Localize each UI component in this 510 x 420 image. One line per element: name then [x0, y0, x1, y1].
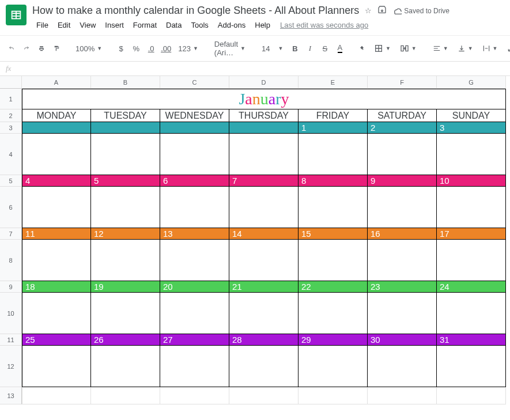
- currency-button[interactable]: $: [115, 42, 127, 55]
- h-align-button[interactable]: ▼: [430, 43, 451, 54]
- date-cell[interactable]: 25: [22, 334, 91, 346]
- column-header-G[interactable]: G: [437, 76, 506, 89]
- date-cell[interactable]: 30: [368, 334, 437, 346]
- menu-tools[interactable]: Tools: [187, 18, 212, 32]
- calendar-body-cell[interactable]: [160, 187, 229, 228]
- date-cell[interactable]: [22, 122, 91, 134]
- day-header-wednesday[interactable]: WEDNESDAY: [160, 109, 229, 122]
- date-cell[interactable]: 6: [160, 175, 229, 187]
- v-align-button[interactable]: ▼: [455, 43, 476, 54]
- date-cell[interactable]: 12: [91, 228, 160, 240]
- row-header-6[interactable]: 6: [0, 187, 22, 228]
- rotate-button[interactable]: ▼: [504, 43, 510, 54]
- font-size-select[interactable]: 14▼: [259, 43, 279, 55]
- empty-cell[interactable]: [437, 387, 506, 404]
- date-cell[interactable]: 8: [299, 175, 368, 187]
- row-header-8[interactable]: 8: [0, 240, 22, 281]
- calendar-body-cell[interactable]: [368, 187, 437, 228]
- redo-button[interactable]: [21, 41, 32, 55]
- day-header-monday[interactable]: MONDAY: [22, 109, 91, 122]
- date-cell[interactable]: [229, 122, 299, 134]
- menu-add-ons[interactable]: Add-ons: [214, 18, 250, 32]
- calendar-body-cell[interactable]: [299, 134, 368, 175]
- calendar-body-cell[interactable]: [22, 134, 91, 175]
- menu-view[interactable]: View: [75, 18, 100, 32]
- merge-button[interactable]: ▼: [397, 42, 420, 55]
- calendar-body-cell[interactable]: [368, 346, 437, 387]
- date-cell[interactable]: 17: [437, 228, 506, 240]
- strikethrough-button[interactable]: S: [319, 42, 331, 55]
- percent-button[interactable]: %: [130, 42, 142, 55]
- calendar-body-cell[interactable]: [368, 293, 437, 334]
- date-cell[interactable]: [160, 122, 229, 134]
- bold-button[interactable]: B: [289, 42, 301, 55]
- italic-button[interactable]: I: [304, 41, 316, 55]
- calendar-body-cell[interactable]: [229, 134, 299, 175]
- date-cell[interactable]: 13: [160, 228, 229, 240]
- calendar-body-cell[interactable]: [437, 240, 506, 281]
- date-cell[interactable]: 22: [299, 281, 368, 293]
- calendar-body-cell[interactable]: [299, 240, 368, 281]
- text-color-button[interactable]: A: [334, 41, 346, 55]
- calendar-body-cell[interactable]: [299, 293, 368, 334]
- date-cell[interactable]: 28: [229, 334, 299, 346]
- row-header-4[interactable]: 4: [0, 134, 22, 175]
- date-cell[interactable]: 5: [91, 175, 160, 187]
- calendar-body-cell[interactable]: [437, 187, 506, 228]
- date-cell[interactable]: 3: [437, 122, 506, 134]
- date-cell[interactable]: 19: [91, 281, 160, 293]
- empty-cell[interactable]: [160, 387, 229, 404]
- calendar-body-cell[interactable]: [160, 240, 229, 281]
- last-edit-link[interactable]: Last edit was seconds ago: [280, 21, 368, 29]
- column-header-F[interactable]: F: [368, 76, 437, 89]
- date-cell[interactable]: 21: [229, 281, 299, 293]
- document-title[interactable]: How to make a monthly calendar in Google…: [32, 5, 359, 17]
- fill-color-button[interactable]: [356, 41, 368, 55]
- calendar-body-cell[interactable]: [299, 346, 368, 387]
- select-all-corner[interactable]: [0, 76, 22, 89]
- calendar-body-cell[interactable]: [437, 134, 506, 175]
- day-header-sunday[interactable]: SUNDAY: [437, 109, 506, 122]
- day-header-thursday[interactable]: THURSDAY: [229, 109, 299, 122]
- column-header-E[interactable]: E: [299, 76, 368, 89]
- increase-decimal-button[interactable]: .00: [160, 42, 172, 55]
- calendar-body-cell[interactable]: [91, 240, 160, 281]
- calendar-body-cell[interactable]: [22, 187, 91, 228]
- calendar-body-cell[interactable]: [160, 293, 229, 334]
- empty-cell[interactable]: [299, 387, 368, 404]
- star-icon[interactable]: ☆: [365, 6, 372, 15]
- date-cell[interactable]: 18: [22, 281, 91, 293]
- menu-data[interactable]: Data: [162, 18, 186, 32]
- date-cell[interactable]: 16: [368, 228, 437, 240]
- month-title-cell[interactable]: January: [22, 89, 506, 109]
- paint-format-button[interactable]: [51, 41, 62, 55]
- date-cell[interactable]: 7: [229, 175, 299, 187]
- undo-button[interactable]: [6, 41, 17, 55]
- day-header-friday[interactable]: FRIDAY: [299, 109, 368, 122]
- date-cell[interactable]: 9: [368, 175, 437, 187]
- row-header-2[interactable]: 2: [0, 109, 22, 122]
- calendar-body-cell[interactable]: [437, 293, 506, 334]
- calendar-body-cell[interactable]: [229, 240, 299, 281]
- date-cell[interactable]: 20: [160, 281, 229, 293]
- row-header-1[interactable]: 1: [0, 89, 22, 109]
- date-cell[interactable]: 31: [437, 334, 506, 346]
- calendar-body-cell[interactable]: [160, 346, 229, 387]
- calendar-body-cell[interactable]: [299, 187, 368, 228]
- row-header-12[interactable]: 12: [0, 346, 22, 387]
- date-cell[interactable]: 29: [299, 334, 368, 346]
- column-header-D[interactable]: D: [229, 76, 299, 89]
- date-cell[interactable]: 23: [368, 281, 437, 293]
- row-header-13[interactable]: 13: [0, 387, 22, 404]
- font-select[interactable]: Default (Ari…▼: [211, 38, 248, 59]
- menu-help[interactable]: Help: [251, 18, 274, 32]
- calendar-body-cell[interactable]: [91, 293, 160, 334]
- date-cell[interactable]: 11: [22, 228, 91, 240]
- calendar-body-cell[interactable]: [22, 293, 91, 334]
- date-cell[interactable]: 26: [91, 334, 160, 346]
- decrease-decimal-button[interactable]: .0: [145, 42, 157, 55]
- empty-cell[interactable]: [368, 387, 437, 404]
- row-header-9[interactable]: 9: [0, 281, 22, 293]
- calendar-body-cell[interactable]: [91, 187, 160, 228]
- date-cell[interactable]: [91, 122, 160, 134]
